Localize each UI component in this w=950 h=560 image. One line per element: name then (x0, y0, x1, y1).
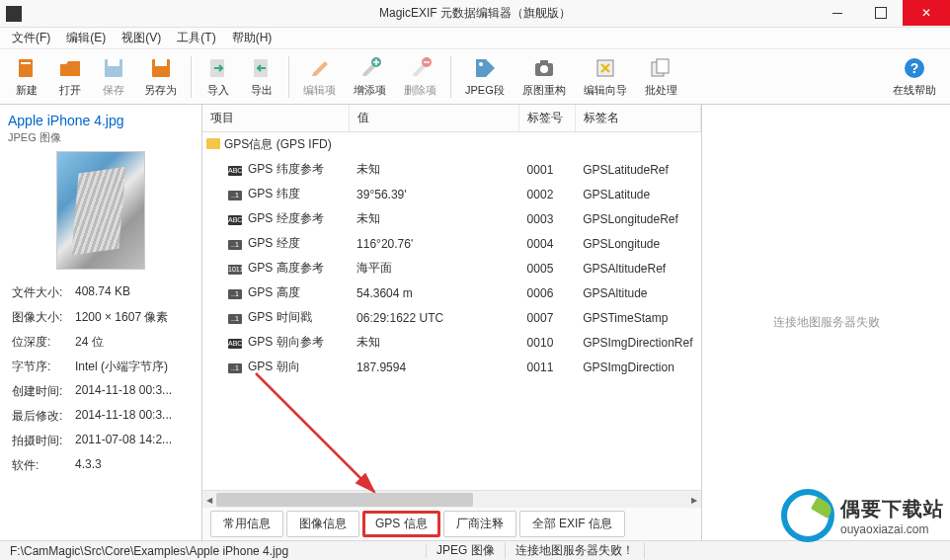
menu-edit[interactable]: 编辑(E) (60, 28, 112, 48)
open-icon (57, 55, 83, 81)
wizard-icon (593, 55, 618, 81)
type-icon: ..1 (228, 191, 242, 200)
type-icon: ABC (228, 166, 242, 176)
table-row[interactable]: ..1GPS 经度116°20.76'0004GPSLongitude (202, 231, 701, 256)
menu-help[interactable]: 帮助(H) (226, 28, 278, 48)
minimize-button[interactable] (816, 0, 859, 26)
watermark: 偶要下载站 ouyaoxiazai.com (781, 489, 944, 542)
statusbar: F:\CamMagic\Src\Core\Examples\Apple iPho… (0, 540, 950, 560)
svg-rect-1 (21, 62, 31, 64)
menu-view[interactable]: 视图(V) (116, 28, 167, 48)
content-area: Apple iPhone 4.jpg JPEG 图像 文件大小:408.74 K… (0, 105, 950, 540)
table-row[interactable]: ..1GPS 纬度39°56.39'0002GPSLatitude (202, 182, 701, 206)
tag-icon (472, 55, 498, 81)
toolbar-sep (288, 56, 289, 98)
additem-button[interactable]: 增添项 (346, 52, 394, 102)
horizontal-scrollbar[interactable]: ◀ ▶ (202, 490, 701, 508)
type-icon: ..1 (228, 240, 242, 250)
new-icon (14, 55, 40, 81)
camera-icon (531, 55, 557, 81)
table-row[interactable]: 1011GPS 高度参考海平面0005GPSAltitudeRef (202, 256, 701, 280)
svg-rect-16 (657, 59, 669, 73)
batch-icon (648, 55, 673, 81)
map-panel: 连接地图服务器失败 (701, 105, 950, 540)
group-row[interactable]: GPS信息 (GPS IFD) (202, 132, 701, 158)
file-name-link[interactable]: Apple iPhone 4.jpg (8, 113, 194, 128)
svg-text:?: ? (910, 60, 919, 76)
type-icon: ..1 (228, 314, 242, 324)
table-row[interactable]: ..1GPS 高度54.3604 m0006GPSAltitude (202, 280, 701, 305)
col-tagno[interactable]: 标签号 (519, 105, 576, 132)
export-button[interactable]: 导出 (241, 52, 282, 102)
watermark-logo-icon (781, 489, 834, 542)
maximize-button[interactable] (859, 0, 903, 26)
meta-val: 408.74 KB (73, 281, 192, 304)
table-row[interactable]: ABCGPS 朝向参考未知0010GPSImgDirectionRef (202, 330, 701, 355)
file-type-label: JPEG 图像 (8, 130, 194, 145)
table-row[interactable]: ..1GPS 朝向187.95940011GPSImgDirection (202, 355, 701, 379)
save-button[interactable]: 保存 (93, 52, 134, 102)
tab-strip: 常用信息 图像信息 GPS 信息 厂商注释 全部 EXIF 信息 (202, 508, 701, 540)
table-row[interactable]: ABCGPS 经度参考未知0003GPSLongitudeRef (202, 206, 701, 231)
type-icon: ..1 (228, 289, 242, 299)
center-panel: 项目 值 标签号 标签名 GPS信息 (GPS IFD)ABCGPS 纬度参考未… (202, 105, 701, 540)
svg-rect-5 (155, 59, 167, 66)
help-button[interactable]: ? 在线帮助 (885, 52, 944, 102)
jpegseg-button[interactable]: JPEG段 (457, 52, 513, 102)
tab-common[interactable]: 常用信息 (210, 511, 283, 537)
meta-key: 文件大小: (10, 281, 71, 304)
svg-point-12 (540, 65, 548, 73)
type-icon: ABC (228, 339, 242, 349)
watermark-cn: 偶要下载站 (840, 496, 944, 522)
type-icon: 1011 (228, 265, 242, 275)
metadata-table: 文件大小:408.74 KB 图像大小:1200 × 1607 像素 位深度:2… (8, 280, 194, 479)
save-icon (101, 55, 126, 81)
window-controls (816, 0, 950, 26)
export-icon (249, 55, 275, 81)
table-row[interactable]: ABCGPS 纬度参考未知0001GPSLatitudeRef (202, 157, 701, 182)
tab-all-exif[interactable]: 全部 EXIF 信息 (519, 511, 625, 537)
col-value[interactable]: 值 (349, 105, 519, 132)
edit-icon (307, 55, 333, 81)
open-button[interactable]: 打开 (49, 52, 91, 102)
svg-rect-0 (19, 59, 33, 77)
svg-rect-3 (108, 59, 119, 66)
import-icon (205, 55, 231, 81)
exif-grid[interactable]: 项目 值 标签号 标签名 GPS信息 (GPS IFD)ABCGPS 纬度参考未… (202, 105, 701, 490)
menubar: 文件(F) 编辑(E) 视图(V) 工具(T) 帮助(H) (0, 28, 950, 49)
window-title: MagicEXIF 元数据编辑器（旗舰版） (379, 5, 571, 22)
tab-maker[interactable]: 厂商注释 (443, 511, 516, 537)
type-icon: ABC (228, 215, 242, 225)
titlebar: MagicEXIF 元数据编辑器（旗舰版） (0, 0, 950, 28)
rebuild-button[interactable]: 原图重构 (515, 52, 574, 102)
batch-button[interactable]: 批处理 (637, 52, 685, 102)
saveas-button[interactable]: 另存为 (136, 52, 185, 102)
close-button[interactable] (903, 0, 950, 26)
toolbar-sep (191, 56, 192, 98)
scroll-thumb[interactable] (216, 493, 473, 507)
menu-tools[interactable]: 工具(T) (171, 28, 221, 48)
wizard-button[interactable]: 编辑向导 (576, 52, 635, 102)
svg-point-10 (479, 62, 483, 66)
left-panel: Apple iPhone 4.jpg JPEG 图像 文件大小:408.74 K… (0, 105, 202, 540)
col-tagname[interactable]: 标签名 (575, 105, 700, 132)
tab-gps[interactable]: GPS 信息 (362, 511, 440, 537)
toolbar-sep (450, 56, 451, 98)
saveas-icon (148, 55, 174, 81)
delitem-button[interactable]: 删除项 (396, 52, 444, 102)
edititem-button[interactable]: 编辑项 (295, 52, 344, 102)
map-error-text: 连接地图服务器失败 (773, 314, 880, 331)
thumbnail (56, 151, 145, 270)
delete-icon (408, 55, 434, 81)
table-row[interactable]: ..1GPS 时间戳06:29:1622 UTC0007GPSTimeStamp (202, 305, 701, 330)
menu-file[interactable]: 文件(F) (6, 28, 56, 48)
import-button[interactable]: 导入 (198, 52, 239, 102)
app-icon (6, 6, 22, 22)
status-msg: 连接地图服务器失败！ (506, 542, 645, 559)
scroll-right-arrow[interactable]: ▶ (687, 491, 701, 509)
type-icon: ..1 (228, 363, 242, 373)
col-item[interactable]: 项目 (202, 105, 349, 132)
scroll-left-arrow[interactable]: ◀ (202, 491, 216, 509)
tab-image[interactable]: 图像信息 (286, 511, 359, 537)
new-button[interactable]: 新建 (6, 52, 47, 102)
